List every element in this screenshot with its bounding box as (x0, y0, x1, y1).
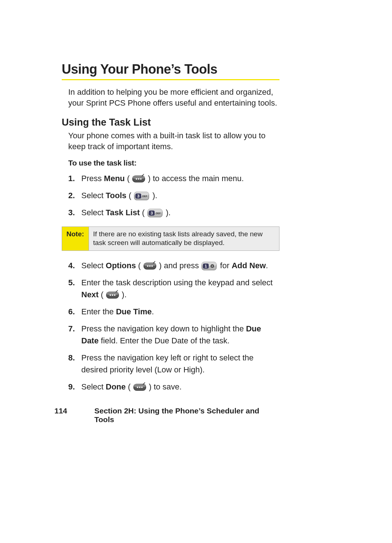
step-bold: Task List (106, 208, 140, 217)
step-text: Select (81, 208, 106, 217)
step-8: Press the navigation key left or right t… (68, 352, 279, 376)
step-text: . (266, 261, 268, 270)
step-text: ( (99, 290, 106, 299)
step-1: Press Menu ( ) to access the main menu. (68, 172, 279, 184)
page-footer: 114 Section 2H: Using the Phone’s Schedu… (54, 407, 279, 424)
step-text: ). (164, 208, 171, 217)
step-text: ). (119, 290, 127, 299)
page-number: 114 (54, 407, 94, 424)
page-title: Using Your Phone’s Tools (62, 62, 279, 77)
step-text: Select (81, 191, 106, 200)
step-text: ) to save. (147, 382, 182, 391)
note-label: Note: (62, 227, 89, 250)
key-3-icon (147, 209, 163, 217)
softkey-icon (133, 382, 146, 392)
footer-text: Section 2H: Using the Phone’s Scheduler … (94, 407, 279, 424)
step-text: Press (81, 174, 104, 183)
step-2: Select Tools ( ). (68, 189, 279, 201)
step-text: Enter the task description using the key… (81, 278, 273, 287)
intro-paragraph: In addition to helping you be more effic… (68, 87, 279, 108)
step-text: Enter the (81, 307, 116, 316)
step-4: Select Options ( ) and press for Add New… (68, 260, 279, 272)
step-text: ( (126, 382, 133, 391)
key-3-icon (134, 192, 150, 200)
procedure-title: To use the task list: (68, 159, 279, 167)
step-text: Press the navigation key down to highlig… (81, 324, 246, 333)
step-text: ) to access the main menu. (146, 174, 244, 183)
step-text: ) and press (157, 261, 201, 270)
softkey-icon (143, 261, 156, 270)
step-text: Select (81, 261, 106, 270)
step-3: Select Task List ( ). (68, 207, 279, 219)
step-text: Select (81, 382, 106, 391)
step-bold: Options (106, 261, 136, 270)
softkey-icon (132, 174, 145, 183)
step-text: ( (136, 261, 143, 270)
step-text: ( (140, 208, 147, 217)
step-bold: Tools (106, 191, 126, 200)
step-9: Select Done ( ) to save. (68, 381, 279, 393)
step-bold: Menu (104, 174, 124, 183)
note-text: If there are no existing task lists alre… (89, 227, 279, 250)
step-text: field. Enter the Due Date of the task. (99, 336, 230, 345)
softkey-icon (106, 290, 119, 299)
step-text: ( (126, 191, 134, 200)
step-6: Enter the Due Time. (68, 306, 279, 318)
note-box: Note: If there are no existing task list… (62, 226, 279, 251)
step-bold: Add New (232, 261, 266, 270)
step-bold: Done (106, 382, 126, 391)
step-text: Press the navigation key left or right t… (81, 353, 253, 374)
key-1-icon (201, 262, 217, 270)
title-rule (62, 79, 279, 80)
section-heading: Using the Task List (62, 117, 279, 128)
step-bold: Due Time (116, 307, 152, 316)
step-text: . (152, 307, 154, 316)
steps-list-2: Select Options ( ) and press for Add New… (68, 260, 279, 393)
step-5: Enter the task description using the key… (68, 277, 279, 301)
step-text: ( (125, 174, 132, 183)
page-content: Using Your Phone’s Tools In addition to … (62, 62, 279, 401)
section-intro: Your phone comes with a built-in task li… (68, 130, 279, 152)
step-text: ). (150, 191, 158, 200)
step-text: for (218, 261, 232, 270)
steps-list-1: Press Menu ( ) to access the main menu. … (68, 172, 279, 219)
step-bold: Next (81, 290, 99, 299)
step-7: Press the navigation key down to highlig… (68, 323, 279, 347)
